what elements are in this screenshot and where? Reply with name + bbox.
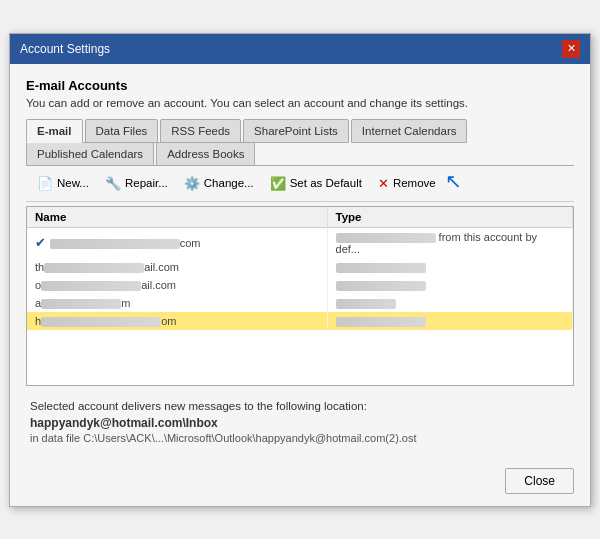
type-blurred xyxy=(336,299,396,309)
remove-icon: ✕ xyxy=(378,176,389,191)
account-type-cell xyxy=(327,312,572,330)
account-settings-dialog: Account Settings ✕ E-mail Accounts You c… xyxy=(9,33,591,507)
remove-button[interactable]: ✕ Remove ↖ xyxy=(371,172,443,195)
title-bar: Account Settings ✕ xyxy=(10,34,590,64)
close-button[interactable]: ✕ xyxy=(562,40,580,58)
table-row[interactable]: ✔ com from this account by def... xyxy=(27,227,573,258)
name-blurred xyxy=(50,239,180,249)
repair-button[interactable]: 🔧 Repair... xyxy=(98,172,175,195)
tab-email[interactable]: E-mail xyxy=(26,119,83,143)
table-row[interactable]: oail.com xyxy=(27,276,573,294)
remove-label: Remove xyxy=(393,177,436,189)
type-blurred xyxy=(336,233,436,243)
dialog-title: Account Settings xyxy=(20,42,110,56)
table-row[interactable]: thail.com xyxy=(27,258,573,276)
account-type-cell xyxy=(327,258,572,276)
delivers-line: Selected account delivers new messages t… xyxy=(30,400,570,412)
dialog-body: E-mail Accounts You can add or remove an… xyxy=(10,64,590,460)
name-suffix: ail.com xyxy=(141,279,176,291)
name-suffix: ail.com xyxy=(144,261,179,273)
table-row[interactable]: am xyxy=(27,294,573,312)
col-name-header: Name xyxy=(27,207,327,228)
repair-label: Repair... xyxy=(125,177,168,189)
table-row[interactable]: hom xyxy=(27,312,573,330)
name-blurred xyxy=(41,299,121,309)
new-icon: 📄 xyxy=(37,176,53,191)
change-button[interactable]: ⚙️ Change... xyxy=(177,172,261,195)
name-blurred xyxy=(41,281,141,291)
tab-data-files[interactable]: Data Files xyxy=(85,119,159,143)
default-account-icon: ✔ xyxy=(35,235,50,250)
default-label: Set as Default xyxy=(290,177,362,189)
new-label: New... xyxy=(57,177,89,189)
close-dialog-button[interactable]: Close xyxy=(505,468,574,494)
tabs-container: E-mail Data Files RSS Feeds SharePoint L… xyxy=(26,119,574,166)
account-name-cell: oail.com xyxy=(27,276,327,294)
tab-internet-calendars[interactable]: Internet Calendars xyxy=(351,119,468,143)
tab-sharepoint-lists[interactable]: SharePoint Lists xyxy=(243,119,349,143)
footer-info: Selected account delivers new messages t… xyxy=(26,390,574,450)
set-default-button[interactable]: ✅ Set as Default xyxy=(263,172,369,195)
table-header: Name Type xyxy=(27,207,573,228)
name-suffix: com xyxy=(180,237,201,249)
type-blurred xyxy=(336,317,426,327)
account-type-cell: from this account by def... xyxy=(327,227,572,258)
default-icon: ✅ xyxy=(270,176,286,191)
section-description: You can add or remove an account. You ca… xyxy=(26,97,574,109)
data-file-path: in data file C:\Users\ACK\...\Microsoft\… xyxy=(30,432,570,444)
new-button[interactable]: 📄 New... xyxy=(30,172,96,195)
section-title: E-mail Accounts xyxy=(26,78,574,93)
col-type-header: Type xyxy=(327,207,572,228)
name-blurred xyxy=(41,317,161,327)
name-blurred xyxy=(44,263,144,273)
change-icon: ⚙️ xyxy=(184,176,200,191)
type-blurred xyxy=(336,281,426,291)
account-type-cell xyxy=(327,294,572,312)
accounts-table: Name Type ✔ com from this account by def… xyxy=(26,206,574,386)
location-path: happyandyk@hotmail.com\Inbox xyxy=(30,416,570,430)
name-suffix: om xyxy=(161,315,176,327)
cursor-pointer-icon: ↖ xyxy=(445,169,462,193)
name-prefix: th xyxy=(35,261,44,273)
tab-published-calendars[interactable]: Published Calendars xyxy=(26,142,154,166)
account-type-cell xyxy=(327,276,572,294)
account-name-cell: hom xyxy=(27,312,327,330)
type-blurred xyxy=(336,263,426,273)
change-label: Change... xyxy=(204,177,254,189)
account-name-cell: am xyxy=(27,294,327,312)
account-name-cell: ✔ com xyxy=(27,227,327,258)
tab-rss-feeds[interactable]: RSS Feeds xyxy=(160,119,241,143)
tab-address-books[interactable]: Address Books xyxy=(156,142,255,166)
toolbar: 📄 New... 🔧 Repair... ⚙️ Change... ✅ Set … xyxy=(26,166,574,202)
name-suffix: m xyxy=(121,297,130,309)
account-name-cell: thail.com xyxy=(27,258,327,276)
repair-icon: 🔧 xyxy=(105,176,121,191)
dialog-footer: Close xyxy=(10,460,590,506)
